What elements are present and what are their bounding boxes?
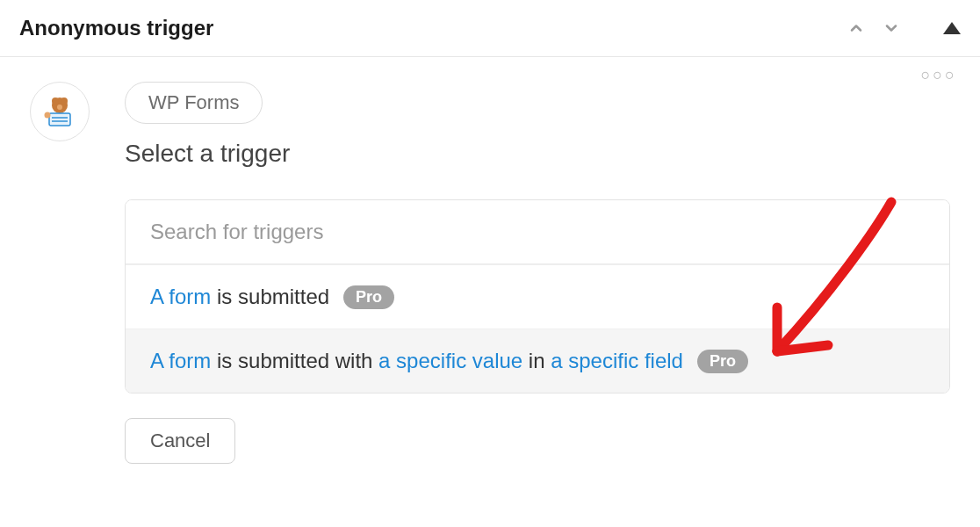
- move-down-button[interactable]: [882, 18, 901, 38]
- integration-chip[interactable]: WP Forms: [125, 82, 263, 124]
- header-controls: [847, 18, 961, 38]
- svg-point-1: [52, 97, 59, 105]
- collapse-toggle-icon[interactable]: [943, 22, 961, 34]
- svg-rect-4: [49, 113, 70, 126]
- svg-point-2: [61, 97, 68, 105]
- trigger-search-input[interactable]: [150, 220, 925, 244]
- panel-body: WP Forms Select a trigger A form is subm…: [0, 57, 980, 464]
- trigger-option-1[interactable]: A form is submitted with a specific valu…: [126, 328, 949, 393]
- cancel-button[interactable]: Cancel: [125, 418, 235, 464]
- panel-header: Anonymous trigger: [0, 0, 980, 57]
- panel-title: Anonymous trigger: [19, 16, 213, 40]
- svg-point-7: [45, 112, 51, 119]
- trigger-search-row: [126, 200, 949, 264]
- trigger-config-main: WP Forms Select a trigger A form is subm…: [90, 82, 959, 464]
- move-up-button[interactable]: [847, 18, 866, 38]
- trigger-dropdown: A form is submittedProA form is submitte…: [125, 199, 950, 393]
- svg-point-3: [57, 105, 62, 110]
- trigger-option-label: A form is submitted with a specific valu…: [150, 349, 683, 373]
- pro-badge: Pro: [697, 350, 748, 373]
- wpforms-icon: [42, 94, 77, 129]
- trigger-option-label: A form is submitted: [150, 285, 329, 309]
- section-subtitle: Select a trigger: [125, 140, 959, 168]
- pro-badge: Pro: [343, 285, 394, 309]
- more-options-button[interactable]: ○○○: [920, 66, 957, 84]
- integration-avatar: [30, 82, 90, 141]
- trigger-option-0[interactable]: A form is submittedPro: [126, 264, 949, 328]
